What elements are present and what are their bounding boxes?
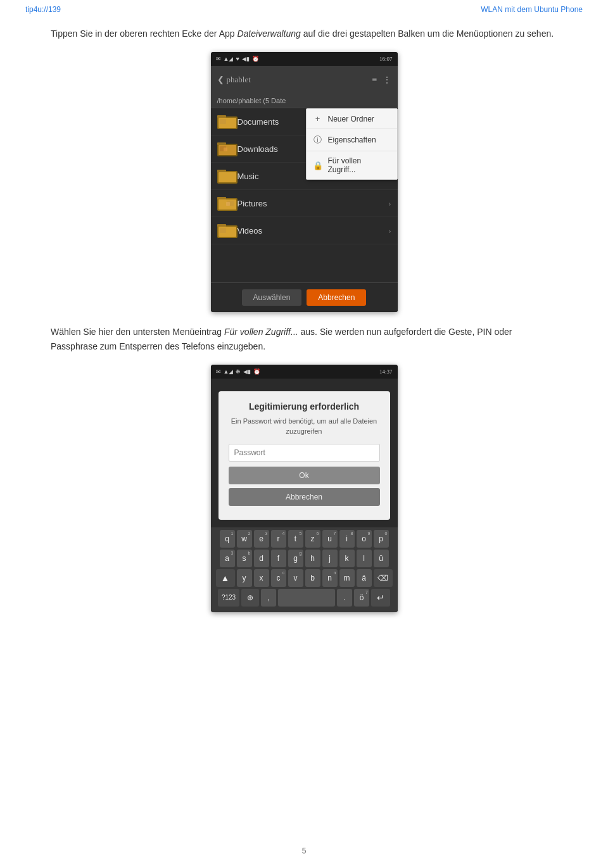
enter-key[interactable]: ↵ [371, 589, 390, 607]
folder-icon-documents [217, 113, 238, 130]
phone2-status-bar: ✉ ▲◢ ❋ ◀▮ ⏰ 14:37 [211, 365, 398, 379]
full-access-label: Für vollen Zugriff... [328, 156, 391, 174]
key-z[interactable]: z6 [305, 530, 320, 548]
space-key[interactable] [278, 589, 335, 607]
file-name-videos: Videos [238, 226, 389, 236]
phone1-container: ✉ ▲◢ ♥ ◀▮ ⏰ 16:07 ❮ phablet ≡ ⋮ /home/ph… [0, 52, 608, 312]
status-heart-icon: ♥ [236, 56, 239, 62]
auth-subtitle: Ein Passwort wird benötigt, um auf alle … [229, 417, 380, 436]
auth-password-input[interactable] [229, 444, 380, 462]
properties-icon: ⓘ [313, 134, 323, 146]
path-bar: /home/phablet (5 Date [211, 94, 398, 108]
key-h[interactable]: h [305, 550, 320, 567]
context-menu-item-properties[interactable]: ⓘ Eigenschaften [307, 129, 397, 151]
p2-status-signal-icon: ▲◢ [224, 368, 234, 375]
backspace-key[interactable]: ⌫ [374, 569, 393, 587]
p2-status-time: 14:37 [379, 368, 393, 375]
page-header: tip4u://139 WLAN mit dem Ubuntu Phone [0, 0, 608, 16]
key-uml-u[interactable]: ü [374, 550, 389, 567]
svg-rect-1 [217, 115, 226, 118]
key-j[interactable]: j [322, 550, 338, 567]
svg-rect-5 [217, 142, 226, 145]
p2-status-alarm-icon: ⏰ [253, 368, 260, 375]
key-p[interactable]: p0 [374, 530, 389, 548]
key-i[interactable]: i8 [339, 530, 355, 548]
key-a[interactable]: a3 [220, 550, 235, 567]
select-button[interactable]: Auswählen [242, 289, 302, 306]
phone1-screen: ✉ ▲◢ ♥ ◀▮ ⏰ 16:07 ❮ phablet ≡ ⋮ /home/ph… [211, 52, 398, 312]
svg-rect-13 [217, 197, 226, 199]
shift-key[interactable]: ▲ [216, 569, 235, 587]
key-l[interactable]: l [357, 550, 372, 567]
phone1-title: phablet [227, 75, 251, 85]
auth-ok-button[interactable]: Ok [229, 467, 380, 484]
key-f[interactable]: f [271, 550, 286, 567]
key-g[interactable]: gg [288, 550, 303, 567]
key-n[interactable]: nn [322, 569, 338, 587]
key-e[interactable]: e3 [254, 530, 269, 548]
auth-dialog-area: Legitimierung erforderlich Ein Passwort … [211, 379, 398, 527]
key-y[interactable]: y [237, 569, 252, 587]
section2-paragraph: Wählen Sie hier den untersten Menüeintra… [0, 325, 608, 353]
svg-rect-11 [218, 172, 236, 182]
comma-key[interactable]: , [261, 589, 276, 607]
file-item-videos[interactable]: Videos › [211, 217, 398, 244]
svg-rect-20 [220, 228, 226, 233]
key-uml-a[interactable]: ä [357, 569, 372, 587]
folder-icon-videos [217, 222, 238, 239]
menu-icon[interactable]: ⋮ [383, 75, 391, 85]
key-r[interactable]: r4 [271, 530, 286, 548]
key-v[interactable]: v [288, 569, 303, 587]
header-left: tip4u://139 [25, 5, 61, 14]
pictures-arrow-icon: › [389, 199, 391, 208]
keyboard-row2: a3 sb d f gg h j k l ü [213, 550, 395, 567]
key-t[interactable]: t5 [288, 530, 303, 548]
status-battery-icon: ◀▮ [242, 56, 250, 62]
lock-icon: 🔒 [313, 161, 323, 170]
globe-key[interactable]: ⊕ [241, 589, 259, 607]
phone1-status-bar: ✉ ▲◢ ♥ ◀▮ ⏰ 16:07 [211, 52, 398, 66]
list-view-icon[interactable]: ≡ [372, 75, 377, 85]
key-d[interactable]: d [254, 550, 269, 567]
header-right: WLAN mit dem Ubuntu Phone [481, 5, 583, 14]
status-envelope-icon: ✉ [216, 56, 221, 62]
auth-cancel-button[interactable]: Abbrechen [229, 488, 380, 506]
folder-icon-music [217, 167, 238, 185]
o-umlaut-key[interactable]: ö7 [354, 589, 369, 607]
page-number: 5 [302, 846, 307, 855]
folder-icon-downloads [217, 140, 238, 158]
file-item-pictures[interactable]: Pictures › [211, 190, 398, 217]
num-key[interactable]: ?123 [218, 589, 239, 607]
auth-title: Legitimierung erforderlich [229, 401, 380, 412]
svg-rect-8 [224, 148, 227, 151]
context-menu: + Neuer Ordner ⓘ Eigenschaften 🔒 Für vol… [306, 108, 398, 180]
bottom-buttons: Auswählen Abbrechen [211, 282, 398, 312]
key-m[interactable]: m [339, 569, 355, 587]
key-q[interactable]: q1 [220, 530, 235, 548]
file-list-area: Documents Downloads [211, 108, 398, 282]
empty-space [211, 244, 398, 282]
key-o[interactable]: o9 [357, 530, 372, 548]
key-u[interactable]: u7 [322, 530, 338, 548]
back-button[interactable]: ❮ phablet [217, 75, 251, 85]
key-x[interactable]: x [254, 569, 269, 587]
key-c[interactable]: cc [271, 569, 286, 587]
key-s[interactable]: sb [237, 550, 252, 567]
context-menu-item-new-folder[interactable]: + Neuer Ordner [307, 109, 397, 129]
keyboard-row4: ?123 ⊕ , . ö7 ↵ [213, 589, 395, 607]
phone2-screen: ✉ ▲◢ ❋ ◀▮ ⏰ 14:37 Legitimierung erforder… [211, 365, 398, 612]
new-folder-label: Neuer Ordner [328, 115, 374, 123]
key-k[interactable]: k [339, 550, 355, 567]
cancel-button[interactable]: Abbrechen [307, 289, 366, 306]
context-menu-item-full-access[interactable]: 🔒 Für vollen Zugriff... [307, 151, 397, 179]
key-w[interactable]: w2 [237, 530, 252, 548]
period-key[interactable]: . [337, 589, 352, 607]
new-folder-icon: + [313, 114, 323, 123]
svg-rect-16 [226, 202, 230, 206]
status-alarm-icon: ⏰ [252, 56, 259, 62]
title-bar-icons: ≡ ⋮ [372, 75, 391, 85]
intro-paragraph: Tippen Sie in der oberen rechten Ecke de… [0, 27, 608, 41]
key-b[interactable]: b [305, 569, 320, 587]
file-manager-body: /home/phablet (5 Date Documents [211, 94, 398, 312]
file-name-pictures: Pictures [238, 199, 389, 208]
